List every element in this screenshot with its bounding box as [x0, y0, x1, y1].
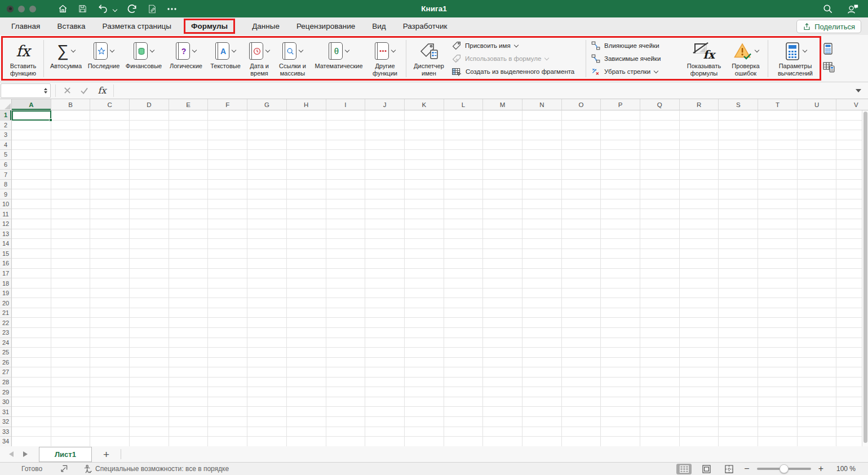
- trace-dependents-button[interactable]: Зависимые ячейки: [591, 54, 681, 64]
- cell-T13[interactable]: [758, 229, 798, 239]
- tab-glavnaya[interactable]: Главная: [11, 22, 40, 30]
- column-header-A[interactable]: A: [12, 99, 51, 110]
- cell-J2[interactable]: [365, 121, 405, 131]
- cell-Q8[interactable]: [640, 180, 680, 190]
- cell-I20[interactable]: [326, 298, 366, 308]
- cell-H23[interactable]: [287, 328, 326, 338]
- cell-K15[interactable]: [405, 249, 444, 259]
- cell-I15[interactable]: [326, 249, 366, 259]
- cell-S9[interactable]: [719, 189, 758, 199]
- cell-T11[interactable]: [758, 209, 798, 219]
- cell-S10[interactable]: [719, 199, 758, 210]
- cell-C21[interactable]: [90, 308, 130, 318]
- cell-I33[interactable]: [326, 427, 366, 437]
- cell-U15[interactable]: [798, 249, 837, 259]
- tab-razmetka-stranitsy[interactable]: Разметка страницы: [103, 22, 171, 30]
- cell-M7[interactable]: [483, 170, 522, 180]
- cell-M8[interactable]: [483, 180, 522, 190]
- cell-L28[interactable]: [444, 378, 484, 388]
- cell-M28[interactable]: [483, 378, 522, 388]
- cell-T22[interactable]: [758, 318, 798, 328]
- cell-F4[interactable]: [208, 140, 247, 150]
- cell-D18[interactable]: [130, 278, 169, 288]
- cell-M24[interactable]: [483, 338, 522, 348]
- cell-S6[interactable]: [719, 160, 758, 170]
- cell-P6[interactable]: [601, 160, 640, 170]
- cell-B1[interactable]: [51, 110, 91, 121]
- cell-G31[interactable]: [247, 407, 287, 417]
- cell-G18[interactable]: [247, 278, 287, 288]
- cell-R20[interactable]: [680, 298, 719, 308]
- cell-C5[interactable]: [90, 150, 130, 160]
- cell-N3[interactable]: [522, 130, 562, 140]
- cell-A24[interactable]: [12, 338, 51, 348]
- cell-F3[interactable]: [208, 130, 247, 140]
- cell-P32[interactable]: [601, 417, 640, 427]
- show-formulas-button[interactable]: fx Показывать формулы: [681, 38, 727, 79]
- cell-E32[interactable]: [169, 417, 209, 427]
- formula-input[interactable]: [118, 82, 856, 99]
- cell-A17[interactable]: [12, 269, 51, 279]
- cell-M33[interactable]: [483, 427, 522, 437]
- row-header-1[interactable]: 1: [0, 110, 12, 121]
- cell-O16[interactable]: [562, 259, 601, 269]
- cell-K4[interactable]: [405, 140, 444, 150]
- cell-M19[interactable]: [483, 288, 522, 299]
- cell-D20[interactable]: [130, 298, 169, 308]
- cell-L29[interactable]: [444, 387, 484, 397]
- cell-K21[interactable]: [405, 308, 444, 318]
- column-header-M[interactable]: M: [483, 99, 522, 110]
- cell-M5[interactable]: [483, 150, 522, 160]
- logical-functions-button[interactable]: ? Логические: [165, 38, 207, 79]
- cell-G27[interactable]: [247, 367, 287, 378]
- cell-L7[interactable]: [444, 170, 484, 180]
- cell-R5[interactable]: [680, 150, 719, 160]
- cell-E11[interactable]: [169, 209, 209, 219]
- cell-S3[interactable]: [719, 130, 758, 140]
- cell-C11[interactable]: [90, 209, 130, 219]
- cell-U9[interactable]: [798, 189, 837, 199]
- cell-D16[interactable]: [130, 259, 169, 269]
- cell-E2[interactable]: [169, 121, 209, 131]
- cell-T14[interactable]: [758, 239, 798, 249]
- cell-O8[interactable]: [562, 180, 601, 190]
- cell-O5[interactable]: [562, 150, 601, 160]
- calculate-sheet-button[interactable]: [823, 62, 835, 75]
- cell-U8[interactable]: [798, 180, 837, 190]
- cell-A20[interactable]: [12, 298, 51, 308]
- cell-A15[interactable]: [12, 249, 51, 259]
- cell-M22[interactable]: [483, 318, 522, 328]
- cell-R29[interactable]: [680, 387, 719, 397]
- name-manager-button[interactable]: Диспетчер имен: [409, 38, 449, 79]
- cell-E34[interactable]: [169, 437, 209, 446]
- cell-F30[interactable]: [208, 397, 247, 407]
- remove-arrows-button[interactable]: Убрать стрелки: [591, 66, 681, 77]
- cell-C4[interactable]: [90, 140, 130, 150]
- cell-M3[interactable]: [483, 130, 522, 140]
- cell-O1[interactable]: [562, 110, 601, 121]
- cell-I34[interactable]: [326, 437, 366, 446]
- cell-U34[interactable]: [798, 437, 837, 446]
- column-header-R[interactable]: R: [680, 99, 719, 110]
- cell-Q4[interactable]: [640, 140, 680, 150]
- cell-D23[interactable]: [130, 328, 169, 338]
- cell-N26[interactable]: [522, 358, 562, 368]
- zoom-in-button[interactable]: +: [818, 464, 823, 474]
- column-header-P[interactable]: P: [601, 99, 640, 110]
- save-icon[interactable]: [78, 4, 87, 14]
- cell-E10[interactable]: [169, 199, 209, 210]
- cell-N27[interactable]: [522, 367, 562, 378]
- cell-F5[interactable]: [208, 150, 247, 160]
- cell-I16[interactable]: [326, 259, 366, 269]
- cell-T26[interactable]: [758, 358, 798, 368]
- cell-B19[interactable]: [51, 288, 91, 299]
- cell-B7[interactable]: [51, 170, 91, 180]
- cell-K11[interactable]: [405, 209, 444, 219]
- cell-N18[interactable]: [522, 278, 562, 288]
- cell-S15[interactable]: [719, 249, 758, 259]
- cell-M29[interactable]: [483, 387, 522, 397]
- cell-A32[interactable]: [12, 417, 51, 427]
- cell-G14[interactable]: [247, 239, 287, 249]
- row-header-15[interactable]: 15: [0, 249, 12, 259]
- cell-L17[interactable]: [444, 269, 484, 279]
